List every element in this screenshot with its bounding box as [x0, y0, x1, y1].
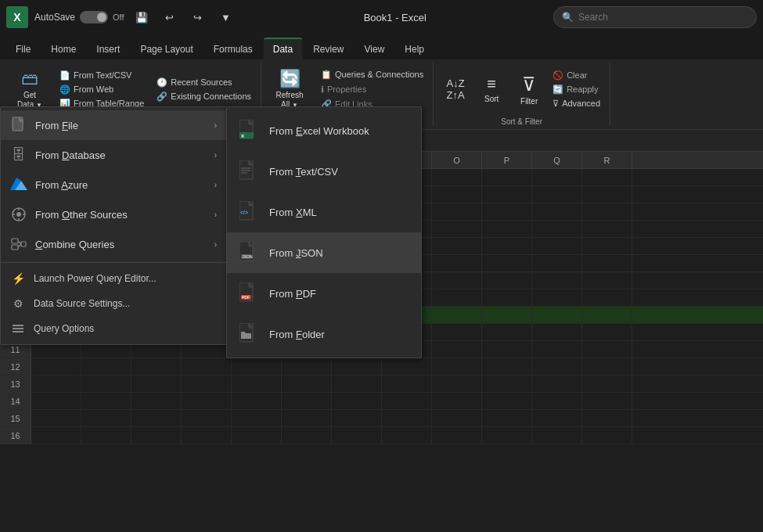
from-text-file-icon: [238, 159, 260, 184]
tab-review[interactable]: Review: [304, 39, 353, 59]
search-input[interactable]: [578, 12, 748, 23]
col-header-q: Q: [532, 152, 582, 168]
filter-label: Filter: [520, 97, 538, 106]
from-azure-icon: [10, 176, 27, 193]
from-excel-label: From Excel Workbook: [269, 125, 369, 137]
from-text-csv-label: From Text/CSV: [74, 70, 131, 80]
clear-icon: 🚫: [552, 70, 563, 81]
group-label-sort-filter: Sort & Filter: [501, 117, 542, 126]
from-azure-label: From Azure: [35, 179, 88, 191]
svg-rect-17: [13, 331, 23, 332]
svg-text:</>: </>: [240, 210, 248, 215]
from-database-icon: 🗄: [10, 146, 27, 164]
tab-home[interactable]: Home: [41, 39, 85, 59]
window-title: Book1 - Excel: [243, 12, 547, 23]
clear-button[interactable]: 🚫 Clear: [549, 69, 603, 82]
data-source-icon: ⚙: [10, 296, 26, 311]
existing-connections-label: Existing Connections: [171, 92, 251, 101]
tab-page-layout[interactable]: Page Layout: [131, 39, 202, 59]
grid-row: [31, 410, 763, 427]
from-excel-file-icon: X X: [238, 118, 260, 143]
search-icon: 🔍: [562, 12, 574, 23]
menu-item-from-database[interactable]: 🗄 From Database ›: [1, 140, 226, 170]
sort-az-button[interactable]: A↓Z Z↑A: [440, 63, 471, 115]
existing-connections-button[interactable]: 🔗 Existing Connections: [153, 90, 254, 103]
menu-item-from-json[interactable]: JSON From JSON: [227, 232, 421, 273]
svg-rect-11: [12, 245, 18, 250]
svg-text:X: X: [241, 134, 244, 138]
tab-data[interactable]: Data: [264, 38, 302, 59]
from-web-label: From Web: [74, 84, 113, 94]
menu-item-data-source-settings[interactable]: ⚙ Data Source Settings...: [1, 291, 226, 316]
recent-sources-label: Recent Sources: [171, 77, 232, 87]
autosave-area: AutoSave Off: [34, 11, 124, 23]
menu-item-from-other-sources[interactable]: From Other Sources ›: [1, 200, 226, 229]
from-other-sources-arrow: ›: [214, 210, 217, 219]
recent-sources-icon: 🕐: [157, 77, 167, 88]
col-header-p: P: [482, 152, 532, 168]
menu-item-from-folder[interactable]: From Folder: [227, 314, 421, 354]
filter-icon: ⊽: [522, 74, 536, 95]
from-file-label: From File: [35, 120, 78, 131]
svg-point-5: [16, 212, 21, 217]
search-box[interactable]: 🔍: [553, 6, 757, 28]
menu-item-query-options[interactable]: Query Options: [1, 316, 226, 341]
menu-item-from-excel[interactable]: X X From Excel Workbook: [227, 110, 421, 151]
grid-row: [31, 358, 763, 376]
recent-sources-button[interactable]: 🕐 Recent Sources: [153, 76, 254, 89]
from-other-sources-label: From Other Sources: [35, 209, 128, 221]
svg-rect-14: [21, 242, 26, 246]
reapply-label: Reapply: [567, 84, 598, 94]
advanced-label: Advanced: [562, 99, 600, 108]
reapply-button[interactable]: 🔄 Reapply: [549, 83, 603, 96]
advanced-icon: ⊽: [552, 99, 559, 109]
autosave-toggle[interactable]: [80, 11, 108, 23]
ribbon-tabs: File Home Insert Page Layout Formulas Da…: [0, 34, 763, 59]
grid-row: [31, 427, 763, 444]
menu-item-from-pdf[interactable]: PDF From PDF: [227, 273, 421, 314]
queries-connections-button[interactable]: 📋 Queries & Connections: [318, 68, 426, 81]
from-xml-file-icon: </>: [238, 200, 260, 225]
excel-logo: X: [6, 6, 28, 28]
menu-item-from-text-csv[interactable]: From Text/CSV: [227, 151, 421, 192]
properties-icon: ℹ: [321, 84, 324, 95]
autosave-state: Off: [113, 13, 124, 22]
svg-rect-15: [13, 325, 23, 326]
get-data-icon: 🗃: [21, 69, 38, 89]
sort-button[interactable]: ≡ Sort: [474, 63, 509, 115]
tab-insert[interactable]: Insert: [87, 39, 129, 59]
redo-icon[interactable]: ↪: [187, 6, 209, 28]
advanced-button[interactable]: ⊽ Advanced: [549, 97, 603, 110]
grid-row: [31, 393, 763, 410]
menu-item-from-xml[interactable]: </> From XML: [227, 192, 421, 232]
tab-help[interactable]: Help: [395, 39, 434, 59]
menu-item-power-query[interactable]: ⚡ Launch Power Query Editor...: [1, 266, 226, 291]
properties-button[interactable]: ℹ Properties: [318, 83, 426, 96]
menu-item-combine-queries[interactable]: Combine Queries ›: [1, 229, 226, 259]
from-web-button[interactable]: 🌐 From Web: [56, 83, 147, 96]
combine-queries-icon: [10, 235, 27, 253]
svg-rect-10: [12, 239, 18, 243]
menu-item-from-file[interactable]: From File ›: [1, 110, 226, 140]
combine-queries-arrow: ›: [214, 240, 217, 249]
ribbon-group-sort-filter: A↓Z Z↑A ≡ Sort ⊽ Filter 🚫 Clear: [434, 63, 610, 126]
from-text-csv-button[interactable]: 📄 From Text/CSV: [56, 69, 147, 82]
tab-formulas[interactable]: Formulas: [204, 39, 262, 59]
menu-item-from-azure[interactable]: From Azure ›: [1, 170, 226, 200]
power-query-label: Launch Power Query Editor...: [34, 273, 157, 284]
filter-button[interactable]: ⊽ Filter: [512, 63, 546, 115]
tab-file[interactable]: File: [6, 39, 40, 59]
from-xml-label: From XML: [269, 207, 317, 218]
save-icon[interactable]: 💾: [131, 6, 153, 28]
from-folder-file-icon: [238, 322, 260, 347]
undo-icon[interactable]: ↩: [159, 6, 181, 28]
tab-view[interactable]: View: [355, 39, 394, 59]
power-query-icon: ⚡: [10, 271, 26, 286]
sort-icon: ≡: [487, 75, 496, 93]
qat-dropdown-icon[interactable]: ▼: [215, 6, 237, 28]
from-azure-arrow: ›: [214, 181, 217, 189]
from-web-icon: 🌐: [59, 84, 70, 95]
from-text-csv-label: From Text/CSV: [269, 166, 338, 178]
queries-connections-icon: 📋: [321, 70, 332, 80]
reapply-icon: 🔄: [552, 84, 563, 95]
